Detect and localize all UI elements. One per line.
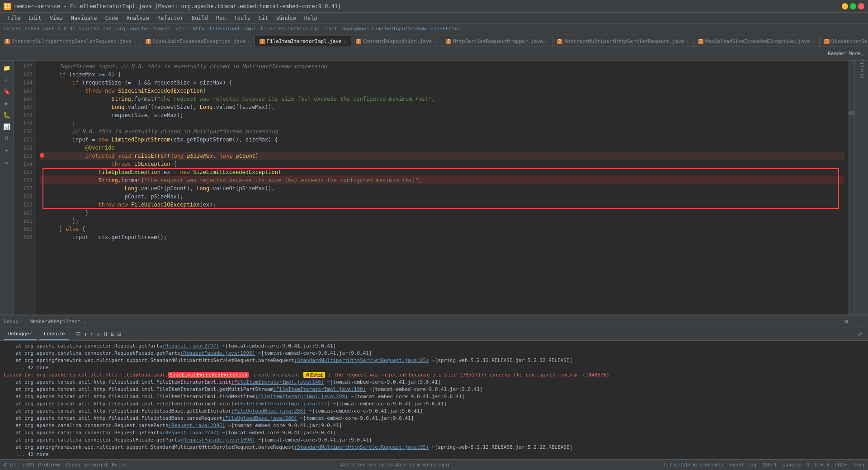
editor-area[interactable]: 1421431441451461471481491501511521531541… (14, 61, 854, 315)
status-line-col[interactable]: 180:1 (762, 462, 777, 468)
tab-4[interactable]: JHttpServletRequestWrapper.java✕ (441, 36, 552, 47)
sidebar-maven-icon[interactable]: M (1, 133, 12, 144)
console-scroll-down-icon[interactable]: ⬇ (90, 331, 94, 338)
console-stack-link[interactable]: (FileItemIteratorImpl.java:209) (255, 394, 348, 400)
sidebar-favorites-icon[interactable]: ★ (1, 145, 12, 155)
sidebar-structure-icon[interactable]: ≡ (1, 156, 12, 167)
breadcrumb-item-1[interactable]: org (116, 26, 125, 32)
console-tooltip[interactable]: 点击此处 (303, 372, 325, 378)
sidebar-project-icon[interactable]: 📁 (1, 62, 12, 73)
breadcrumb-item-2[interactable]: apache (130, 26, 148, 32)
status-spaces[interactable]: spaces: 4 (782, 462, 809, 468)
console-stack-link[interactable]: (RequestFacade.java:1098) (180, 350, 255, 356)
menu-item-run[interactable]: Run (212, 14, 230, 22)
status-line-endings[interactable]: CRLF (835, 462, 847, 468)
status-encoding[interactable]: UTF-8 (815, 462, 830, 468)
tab-debugger[interactable]: Debugger (4, 329, 37, 340)
tab-close-0[interactable]: ✕ (133, 39, 136, 44)
status-event-log[interactable]: Event Log (730, 462, 757, 468)
menu-item-help[interactable]: Help (301, 14, 321, 22)
tab-console[interactable]: Console (39, 329, 69, 340)
console-clear-icon[interactable]: ✕ (96, 331, 100, 338)
tab-2[interactable]: JFileItemIteratorImpl.java✕ (255, 36, 351, 47)
menu-item-tools[interactable]: Tools (231, 14, 254, 22)
menu-item-view[interactable]: View (46, 14, 66, 22)
console-pause-icon[interactable]: ⏸ (103, 331, 108, 338)
close-button[interactable] (858, 3, 864, 9)
console-stack-link[interactable]: (FileItemIteratorImpl.java:127) (237, 401, 330, 407)
console-stack-link[interactable]: (RequestFacade.java:1098) (180, 437, 255, 443)
console-stack-link[interactable]: (Request.java:2895) (168, 423, 225, 428)
tab-3[interactable]: JContentDisposition.java✕ (351, 36, 441, 47)
breadcrumb-item-11[interactable]: raiseError (431, 26, 461, 32)
console-stack-link[interactable]: (FileItemIteratorImpl.java:146) (231, 379, 324, 385)
editor-scrollbar[interactable] (848, 61, 854, 315)
code-content[interactable]: InputStream input; // N.B. this is event… (36, 61, 848, 315)
console-format-icon[interactable]: ⊞ (111, 331, 115, 338)
minimize-button[interactable] (842, 3, 848, 9)
console-stack-link[interactable]: (FileUploadBase.java:256) (231, 408, 306, 414)
sidebar-bookmark-icon[interactable]: 🔖 (1, 86, 12, 97)
console-expand-icon[interactable]: ⤢ (858, 331, 863, 338)
menu-item-file[interactable]: File (4, 14, 24, 22)
console-stack-link[interactable]: (StandardMultipartHttpServletRequest.jav… (294, 357, 429, 363)
status-build[interactable]: Build (112, 462, 127, 468)
sidebar-profiler-icon[interactable]: 📊 (1, 121, 12, 132)
maximize-button[interactable] (850, 3, 856, 9)
tab-close-2[interactable]: ✕ (344, 39, 346, 44)
breadcrumb-item-4[interactable]: util (175, 26, 188, 32)
tab-5[interactable]: JAbstractMultipartHttpServletRequest.jav… (552, 36, 693, 47)
menu-item-edit[interactable]: Edit (25, 14, 45, 22)
status-url[interactable]: https://blog.csdn.net/ (664, 462, 724, 467)
tab-close-3[interactable]: ✕ (434, 39, 436, 44)
console-filter-icon[interactable]: ☰ (75, 331, 81, 338)
console-stack-link[interactable]: (Request.java:2797) (162, 430, 219, 436)
console-content[interactable]: at org.apache.catalina.connector.Request… (0, 341, 868, 459)
create-breakpoint-link[interactable]: create breakpoint (250, 372, 299, 377)
console-scroll-icon[interactable]: ⬆ (84, 331, 87, 338)
tab-close-5[interactable]: ✕ (686, 39, 689, 44)
tab-7[interactable]: JDispatcherServlet✕ (820, 36, 868, 47)
menu-item-refactor[interactable]: Refactor (154, 14, 187, 22)
breadcrumb-item-3[interactable]: tomcat (153, 26, 171, 32)
status-file-type[interactable]: Java (853, 462, 865, 468)
tab-close-1[interactable]: ✕ (247, 39, 250, 44)
breadcrumb-item-0[interactable]: tomcat-embed-core:9.0.41-sources.jar (4, 26, 111, 32)
exception-badge[interactable]: SizeLimitExceededException (168, 372, 249, 378)
status-todo[interactable]: TODO (23, 462, 35, 468)
tab-close-6[interactable]: ✕ (812, 39, 815, 44)
menu-item-analyze[interactable]: Analyze (123, 14, 153, 22)
structure-label[interactable]: Structure (856, 62, 867, 73)
window-controls[interactable] (842, 3, 864, 9)
tab-6[interactable]: JMaxUploadSizeExceededException.java✕ (693, 36, 820, 47)
breadcrumb-item-9[interactable]: init (326, 26, 338, 32)
menu-item-navigate[interactable]: Navigate (67, 14, 101, 22)
debug-close-icon[interactable]: — (854, 316, 864, 327)
status-git[interactable]: ⑆ Git (4, 462, 19, 468)
breadcrumb-item-10[interactable]: anonymous LimitedInputStream (342, 26, 426, 32)
status-problems[interactable]: Problems (38, 462, 62, 468)
breadcrumb-item-8[interactable]: FileItemIteratorImpl (261, 26, 321, 32)
console-stack-link[interactable]: (StandardMultipartHttpServletRequest.jav… (294, 444, 429, 450)
reader-mode-label[interactable]: Reader Mode (828, 51, 861, 56)
menu-item-window[interactable]: Window (273, 14, 299, 22)
console-layout-icon[interactable]: ⊟ (118, 331, 121, 338)
breadcrumb-item-6[interactable]: fileupload (209, 26, 239, 32)
tab-0[interactable]: JStandardMultipartHttpServletRequest.jav… (0, 36, 141, 47)
console-stack-link[interactable]: (FileUploadBase.java:280) (222, 415, 297, 421)
tab-1[interactable]: JSizeLimitExceededException.java✕ (141, 36, 255, 47)
breadcrumb-item-7[interactable]: impl (244, 26, 256, 32)
sidebar-run-icon[interactable]: ▶ (1, 98, 12, 108)
menu-item-code[interactable]: Code (102, 14, 122, 22)
status-terminal[interactable]: Terminal (84, 462, 108, 468)
status-debug[interactable]: Debug (66, 462, 80, 468)
menu-item-git[interactable]: Git (255, 14, 272, 22)
console-stack-link[interactable]: (Request.java:2797) (162, 343, 219, 349)
debug-session-label[interactable]: MemberWebApiStart ✕ (25, 316, 91, 327)
debug-settings-icon[interactable]: ⚙ (841, 316, 852, 327)
sidebar-debug-icon[interactable]: 🐛 (1, 109, 12, 120)
sidebar-commit-icon[interactable]: ✓ (1, 74, 12, 85)
breadcrumb-item-5[interactable]: http (192, 26, 204, 32)
tab-close-4[interactable]: ✕ (545, 39, 547, 44)
menu-item-build[interactable]: Build (188, 14, 212, 22)
